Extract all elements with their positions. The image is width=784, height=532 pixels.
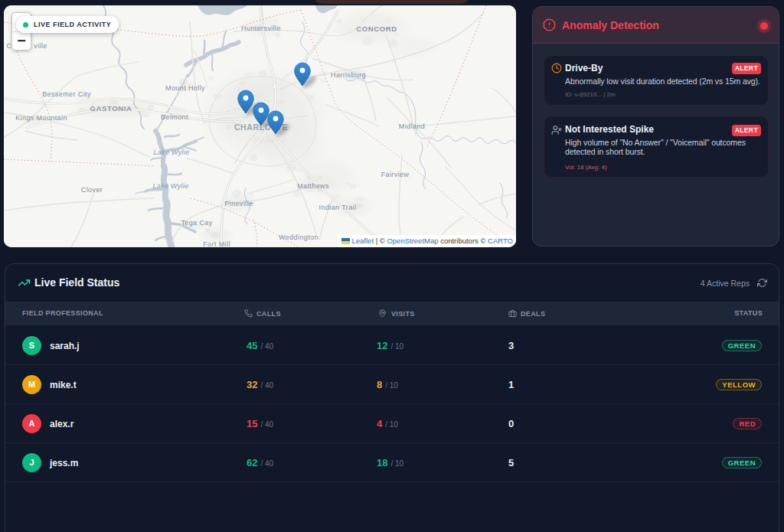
svg-text:Kings Mountain: Kings Mountain (15, 114, 67, 122)
svg-text:Indian Trail: Indian Trail (319, 204, 357, 211)
svg-text:GASTONIA: GASTONIA (90, 104, 132, 113)
svg-text:Mount Holly: Mount Holly (165, 84, 205, 92)
svg-text:CONCORD: CONCORD (356, 24, 397, 33)
svg-text:Lake Wylie: Lake Wylie (153, 149, 189, 156)
svg-text:ville: ville (34, 42, 47, 50)
svg-text:Tega Cay: Tega Cay (181, 219, 212, 227)
svg-text:Huntersville: Huntersville (241, 24, 281, 32)
svg-text:Weddington: Weddington (279, 233, 318, 241)
svg-text:Fairview: Fairview (381, 171, 410, 178)
svg-text:Fort Mill: Fort Mill (203, 240, 230, 248)
svg-text:Midland: Midland (399, 122, 425, 130)
svg-text:Harrisburg: Harrisburg (331, 71, 366, 79)
svg-text:Belmont: Belmont (161, 113, 188, 121)
svg-text:Pineville: Pineville (224, 200, 253, 207)
svg-text:Matthews: Matthews (297, 182, 329, 190)
svg-text:Lake Wylie: Lake Wylie (152, 182, 188, 190)
svg-text:Bessemer City: Bessemer City (42, 90, 91, 98)
svg-text:Clover: Clover (81, 186, 103, 194)
